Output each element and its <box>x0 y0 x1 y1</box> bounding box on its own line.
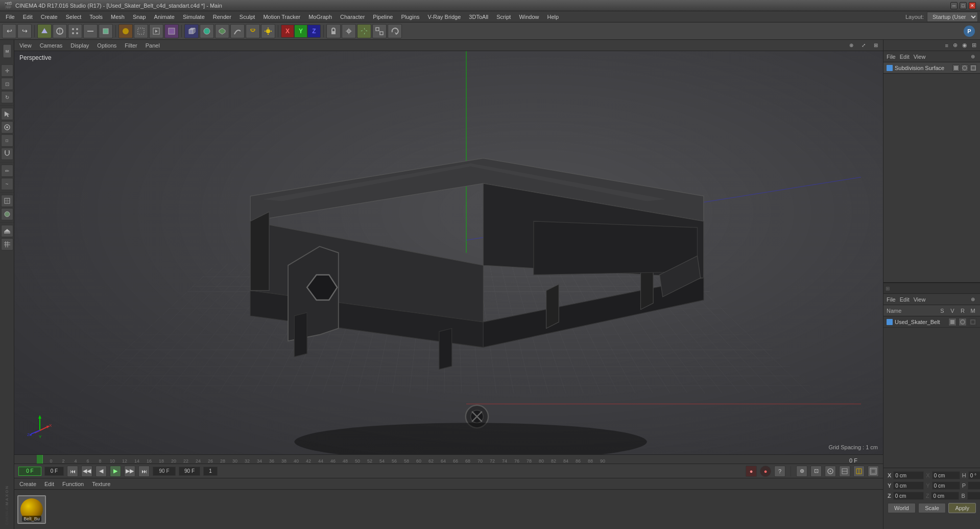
render-region-button[interactable] <box>134 24 148 38</box>
redo-button[interactable]: ↪ <box>17 24 32 38</box>
menu-sculpt[interactable]: Sculpt <box>236 13 259 21</box>
menu-mograph[interactable]: MoGraph <box>305 13 336 21</box>
sidebar-material-button[interactable] <box>1 208 13 220</box>
menu-plugins[interactable]: Plugins <box>397 13 423 21</box>
right-top-menu-file[interactable]: File <box>887 54 896 60</box>
viewport-menu-display[interactable]: Display <box>68 41 91 50</box>
coord-x-position-input[interactable] <box>893 471 924 479</box>
menu-script[interactable]: Script <box>493 13 514 21</box>
interactive-render-button[interactable] <box>149 24 163 38</box>
menu-vray[interactable]: V-Ray Bridge <box>424 13 465 21</box>
object-row-skater-belt[interactable]: Used_Skater_Belt <box>883 316 980 328</box>
sidebar-paint-button[interactable]: ⌑ <box>1 134 13 147</box>
right-panel-icon-3[interactable]: ◉ <box>961 41 969 50</box>
material-menu-edit[interactable]: Edit <box>42 480 56 488</box>
z-axis-button[interactable]: Z <box>307 25 321 38</box>
right-panel-icon-2[interactable]: ⊕ <box>951 41 959 50</box>
sidebar-liveselect-button[interactable] <box>1 121 13 133</box>
object-r-icon[interactable] <box>969 318 977 326</box>
sidebar-texture-button[interactable] <box>1 195 13 207</box>
sphere-button[interactable] <box>200 24 214 38</box>
coord-p-input[interactable] <box>968 481 980 490</box>
coord-h-input[interactable] <box>968 471 980 479</box>
point-mode-button[interactable] <box>68 24 82 38</box>
sidebar-scale-button[interactable]: ⊡ <box>1 78 13 90</box>
viewport-menu-view[interactable]: View <box>17 41 34 50</box>
viewport-menu-options[interactable]: Options <box>95 41 118 50</box>
step-forward-button[interactable]: ▶▶ <box>124 466 135 477</box>
transport-extra-4[interactable] <box>839 466 850 477</box>
scale-button[interactable]: Scale <box>918 503 946 513</box>
render-button[interactable] <box>118 24 133 38</box>
world-button[interactable]: World <box>888 503 916 513</box>
object-s-icon[interactable] <box>948 318 957 326</box>
material-item-belt[interactable]: Belt_Bu <box>17 495 46 524</box>
viewport-settings-button[interactable]: ⊞ <box>872 41 880 50</box>
fps-input[interactable] <box>179 467 200 476</box>
viewport-lock-button[interactable]: ⊕ <box>847 41 855 50</box>
step-back-button[interactable]: ◀ <box>95 466 107 477</box>
menu-animate[interactable]: Animate <box>151 13 178 21</box>
rotate-tool-button[interactable] <box>388 24 402 38</box>
sidebar-rotate-button[interactable]: ↻ <box>1 91 13 103</box>
timeline-bar[interactable]: 0 2 4 6 8 10 12 14 16 18 20 22 24 26 28 … <box>14 454 883 464</box>
menu-render[interactable]: Render <box>209 13 235 21</box>
viewport-menu-cameras[interactable]: Cameras <box>38 41 65 50</box>
right-bottom-menu-view[interactable]: View <box>914 296 926 303</box>
right-top-menu-edit[interactable]: Edit <box>900 54 910 60</box>
viewport-menu-panel[interactable]: Panel <box>144 41 162 50</box>
frame-rate-input[interactable] <box>203 467 218 476</box>
x-axis-button[interactable]: X <box>281 25 294 38</box>
object-v-icon[interactable] <box>959 318 967 326</box>
3d-viewport[interactable]: Perspective <box>14 51 883 454</box>
move-tool-button[interactable] <box>357 24 371 38</box>
go-to-end-button[interactable]: ⏭ <box>138 466 150 477</box>
coord-y-rotation-input[interactable] <box>932 481 960 490</box>
transport-extra-6[interactable] <box>868 466 879 477</box>
render-to-picture-viewer-button[interactable] <box>164 24 179 38</box>
model-mode-button[interactable] <box>37 24 52 38</box>
coord-x-rotation-input[interactable] <box>932 471 960 479</box>
coord-b-input[interactable] <box>967 492 980 500</box>
sweep-button[interactable] <box>230 24 245 38</box>
menu-motion-tracker[interactable]: Motion Tracker <box>259 13 304 21</box>
record-button[interactable]: ● <box>746 466 757 477</box>
coord-z-position-input[interactable] <box>893 492 924 500</box>
play-forward-button[interactable]: ▶ <box>110 466 121 477</box>
transport-extra-5[interactable] <box>853 466 865 477</box>
menu-tools[interactable]: Tools <box>86 13 106 21</box>
transport-extra-1[interactable]: ⊕ <box>796 466 807 477</box>
subdiv-icon-1[interactable] <box>952 64 960 72</box>
sidebar-floor-button[interactable] <box>1 225 13 237</box>
frame-end-input[interactable] <box>153 467 176 476</box>
sidebar-spline-button[interactable]: ~ <box>1 178 13 190</box>
right-panel-icon-1[interactable]: ≡ <box>944 41 950 50</box>
question-mark-button[interactable]: ? <box>774 466 785 477</box>
menu-pipeline[interactable]: Pipeline <box>369 13 396 21</box>
layout-dropdown[interactable]: Startup (User <box>927 12 978 22</box>
sidebar-pen-button[interactable]: ✏ <box>1 165 13 177</box>
sidebar-move-button[interactable]: ✛ <box>1 64 13 77</box>
right-panel-icon-4[interactable]: ⊞ <box>970 41 978 50</box>
transport-extra-3[interactable] <box>825 466 836 477</box>
play-reverse-button[interactable]: ◀◀ <box>81 466 92 477</box>
cube-button[interactable] <box>184 24 199 38</box>
menu-simulate[interactable]: Simulate <box>179 13 208 21</box>
menu-3dtoall[interactable]: 3DToAll <box>465 13 492 21</box>
viewport-menu-filter[interactable]: Filter <box>123 41 139 50</box>
menu-snap[interactable]: Snap <box>129 13 150 21</box>
sidebar-magnet-button[interactable] <box>1 148 13 160</box>
material-menu-function[interactable]: Function <box>60 480 86 488</box>
deformer-button[interactable] <box>246 24 260 38</box>
subdiv-icon-3[interactable] <box>970 64 977 72</box>
material-menu-create[interactable]: Create <box>17 480 38 488</box>
sidebar-grid-button[interactable] <box>1 238 13 250</box>
go-to-start-button[interactable]: ⏮ <box>67 466 78 477</box>
edge-mode-button[interactable] <box>83 24 98 38</box>
y-axis-button[interactable]: Y <box>294 25 307 38</box>
python-button[interactable]: P <box>964 26 975 37</box>
menu-create[interactable]: Create <box>37 13 61 21</box>
undo-button[interactable]: ↩ <box>2 24 16 38</box>
apply-button[interactable]: Apply <box>948 503 976 513</box>
menu-file[interactable]: File <box>2 13 18 21</box>
